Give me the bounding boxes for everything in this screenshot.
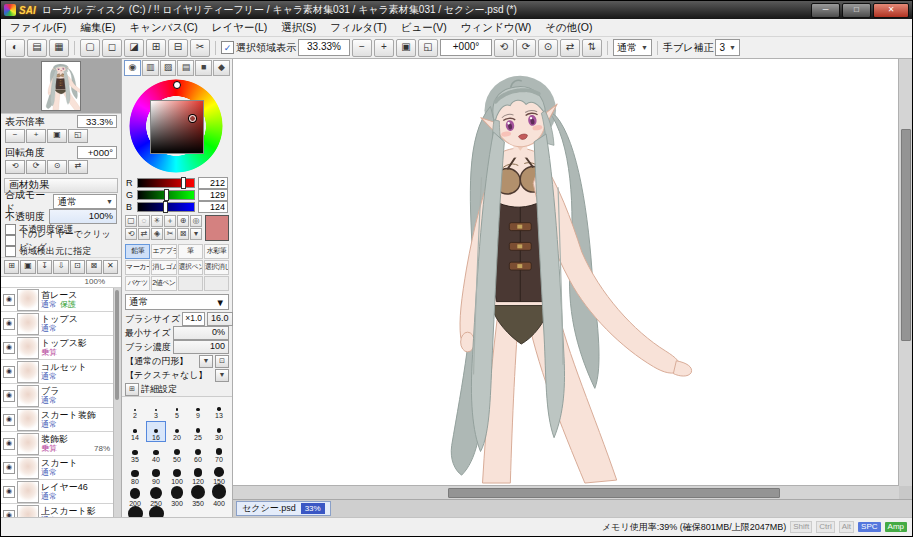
- tool-cell[interactable]: 鉛筆: [125, 244, 150, 259]
- brush-size-preset[interactable]: 30: [209, 421, 229, 442]
- nav-zoom-out-button[interactable]: −: [5, 129, 25, 143]
- layer-list-scrollbar-thumb[interactable]: [115, 290, 119, 400]
- clear-layer-icon[interactable]: ⊠: [86, 260, 101, 274]
- hue-marker[interactable]: [173, 81, 181, 89]
- brush-size-preset[interactable]: 120: [188, 465, 208, 486]
- menu-item[interactable]: ビュー(V): [394, 20, 454, 36]
- vertical-scrollbar-thumb[interactable]: [901, 129, 911, 341]
- pan-tool-icon[interactable]: ◈: [151, 228, 163, 240]
- brush-texture-option-button[interactable]: ▼: [215, 369, 229, 382]
- deselect-icon[interactable]: ◻: [102, 39, 122, 57]
- lasso-icon[interactable]: ◌: [138, 215, 150, 227]
- flip-horizontal-button[interactable]: ⇄: [560, 39, 580, 57]
- navigator-angle-value[interactable]: +000°: [77, 146, 117, 159]
- scratchpad-tab-icon[interactable]: ■: [195, 60, 212, 76]
- tool-cell[interactable]: エアブラシ: [151, 244, 176, 259]
- brush-texture-value[interactable]: 【テクスチャなし】: [125, 369, 213, 382]
- brush-size-preset[interactable]: 200: [125, 487, 145, 508]
- saturation-value-square[interactable]: [150, 100, 204, 154]
- color-wheel-tab-icon[interactable]: ◉: [124, 60, 141, 76]
- brush-size-preset[interactable]: 2: [125, 399, 145, 420]
- layer-row[interactable]: ◉コルセット通常: [1, 360, 114, 384]
- invert-selection-icon[interactable]: ◪: [124, 39, 144, 57]
- tool-cell[interactable]: 水彩筆: [204, 244, 229, 259]
- tool-cell[interactable]: 選択消し: [204, 260, 229, 275]
- more-tools-icon[interactable]: ▾: [190, 228, 202, 240]
- layer-panel-icon[interactable]: ▦: [49, 39, 69, 57]
- layer-row[interactable]: ◉装飾影乗算78%: [1, 432, 114, 456]
- hsv-slider-tab-icon[interactable]: ▨: [160, 60, 177, 76]
- brush-size-preset[interactable]: 35: [125, 443, 145, 464]
- green-slider[interactable]: [137, 190, 195, 200]
- copy-layer-icon[interactable]: ⊡: [70, 260, 85, 274]
- menu-item[interactable]: ファイル(F): [3, 20, 73, 36]
- navigator-panel-icon[interactable]: ▤: [27, 39, 47, 57]
- preserve-opacity-checkbox[interactable]: [5, 224, 16, 235]
- brush-size-preset[interactable]: 300: [167, 487, 187, 508]
- brush-size-unit-dropdown[interactable]: ×1.0: [182, 312, 205, 326]
- clear-icon[interactable]: ⊠: [177, 228, 189, 240]
- nav-fit-button[interactable]: ◱: [68, 129, 88, 143]
- tool-cell[interactable]: 筆: [178, 244, 203, 259]
- crop-selection-icon[interactable]: ✂: [190, 39, 210, 57]
- layer-row[interactable]: ◉上スカート影通常: [1, 504, 114, 517]
- brush-blend-dropdown[interactable]: 通常 ▼: [125, 294, 229, 310]
- navigator[interactable]: [1, 59, 121, 114]
- brush-size-slider[interactable]: 16.0: [207, 312, 233, 326]
- layer-visibility-toggle[interactable]: ◉: [3, 318, 15, 330]
- brush-size-preset[interactable]: 400: [209, 487, 229, 508]
- layer-row[interactable]: ◉スカート通常: [1, 456, 114, 480]
- brush-size-preset[interactable]: 16: [146, 421, 166, 442]
- rgb-slider-tab-icon[interactable]: ▥: [142, 60, 159, 76]
- vertical-scrollbar[interactable]: [898, 59, 912, 486]
- nav-rotate-ccw-button[interactable]: ⟲: [5, 160, 25, 174]
- brush-size-preset[interactable]: 13: [209, 399, 229, 420]
- red-value[interactable]: 212: [198, 177, 228, 189]
- navigator-zoom-value[interactable]: 33.3%: [77, 115, 117, 128]
- brush-size-preset[interactable]: 50: [167, 443, 187, 464]
- rotate-ccw-button[interactable]: ⟲: [494, 39, 514, 57]
- nav-zoom-in-button[interactable]: +: [26, 129, 46, 143]
- red-slider[interactable]: [137, 178, 195, 188]
- brush-size-preset[interactable]: 60: [188, 443, 208, 464]
- tool-cell[interactable]: 選択ペン: [178, 260, 203, 275]
- layer-visibility-toggle[interactable]: ◉: [3, 510, 15, 518]
- layer-row[interactable]: ◉首レース通常保護: [1, 288, 114, 312]
- minimize-button[interactable]: ─: [811, 3, 840, 18]
- layer-visibility-toggle[interactable]: ◉: [3, 294, 15, 306]
- nav-flip-button[interactable]: ⇄: [68, 160, 88, 174]
- delete-layer-icon[interactable]: ✕: [103, 260, 118, 274]
- eyedropper-icon[interactable]: ◎: [190, 215, 202, 227]
- zoom-out-button[interactable]: −: [352, 39, 372, 57]
- title-bar[interactable]: SAI ローカル ディスク (C:) / !! ロイヤリティーフリー / キャラ…: [1, 1, 912, 19]
- brush-size-preset[interactable]: 100: [167, 465, 187, 486]
- expand-selection-icon[interactable]: ⊞: [146, 39, 166, 57]
- stabilizer-dropdown[interactable]: 3 ▼: [715, 39, 740, 56]
- new-folder-icon[interactable]: ▣: [20, 260, 35, 274]
- zoom-tool-icon[interactable]: ⊕: [177, 215, 189, 227]
- blue-slider[interactable]: [137, 202, 195, 212]
- layer-row[interactable]: ◉トップス影乗算: [1, 336, 114, 360]
- menu-item[interactable]: レイヤー(L): [205, 20, 275, 36]
- layer-visibility-toggle[interactable]: ◉: [3, 414, 15, 426]
- zoom-in-button[interactable]: +: [374, 39, 394, 57]
- selection-view-checkbox[interactable]: ✓: [221, 41, 234, 54]
- layer-row[interactable]: ◉スカート装飾通常: [1, 408, 114, 432]
- min-size-slider[interactable]: 0%: [173, 326, 229, 340]
- color-wheel-panel-icon[interactable]: ◐: [5, 39, 25, 57]
- nav-rotate-reset-button[interactable]: ⊙: [47, 160, 67, 174]
- magic-wand-icon[interactable]: ✳: [151, 215, 163, 227]
- menu-item[interactable]: 編集(E): [73, 20, 122, 36]
- red-slider-marker[interactable]: [181, 177, 186, 189]
- brush-shape-option-button[interactable]: ▼: [199, 355, 213, 368]
- zoom-value-field[interactable]: 33.33%: [298, 39, 350, 56]
- selection-source-checkbox[interactable]: [5, 246, 16, 257]
- swatches-tab-icon[interactable]: ▤: [177, 60, 194, 76]
- brush-size-preset[interactable]: 70: [209, 443, 229, 464]
- brush-size-preset[interactable]: 20: [167, 421, 187, 442]
- zoom-reset-button[interactable]: ▣: [396, 39, 416, 57]
- color-mixer-tab-icon[interactable]: ◆: [213, 60, 230, 76]
- tool-cell-empty[interactable]: [178, 276, 203, 291]
- rect-select-icon[interactable]: ▢: [125, 215, 137, 227]
- layer-visibility-toggle[interactable]: ◉: [3, 462, 15, 474]
